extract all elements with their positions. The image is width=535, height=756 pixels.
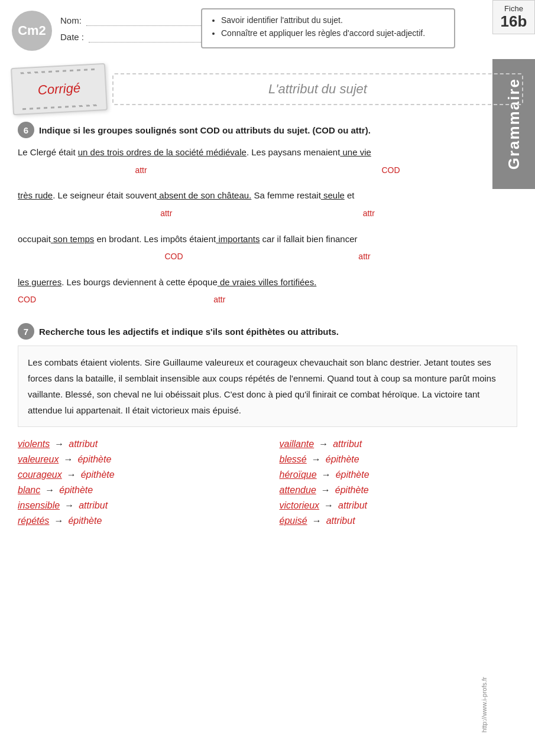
adj-item-3: blessé → épithète: [280, 454, 518, 465]
answer-1-2: COD: [381, 161, 400, 180]
adj-type-11: attribut: [326, 516, 355, 526]
arrow-8: →: [64, 500, 74, 511]
objectives-list: Savoir identifier l'attribut du sujet. C…: [210, 15, 446, 38]
arrow-9: →: [324, 500, 333, 511]
exercise-7-header: 7 Recherche tous les adjectifs et indiqu…: [18, 323, 517, 340]
exercise-7-number: 7: [18, 323, 34, 340]
para-2-text: très rude. Le seigneur était souvent abs…: [18, 187, 517, 204]
exercise-6-content: Le Clergé était un des trois ordres de l…: [18, 144, 517, 309]
underlined-1-2: une vie: [340, 147, 371, 157]
underlined-2-3: seule: [321, 190, 345, 200]
adj-word-11: épuisé: [280, 516, 307, 526]
exercise-7-paragraph: Les combats étaient violents. Sire Guill…: [18, 346, 517, 427]
adj-type-6: épithète: [59, 485, 93, 496]
underlined-4-1: les guerres: [18, 277, 61, 287]
corrige-text: Corrigé: [37, 80, 80, 98]
underlined-3-1: son temps: [51, 234, 94, 244]
arrow-2: →: [63, 454, 73, 465]
para-block-2: très rude. Le seigneur était souvent abs…: [18, 187, 517, 222]
arrow-1: →: [319, 439, 328, 449]
nom-label: Nom:: [60, 15, 82, 25]
adj-word-4: courageux: [18, 470, 62, 480]
fiche-badge: Fiche 16b: [492, 0, 535, 34]
para-3-text: occupait son temps en brodant. Les impôt…: [18, 231, 517, 248]
arrow-5: →: [322, 470, 331, 480]
adj-word-7: attendue: [280, 485, 316, 496]
adj-word-5: héroïque: [280, 470, 317, 480]
answers-1: attr COD: [18, 161, 517, 180]
adj-word-1: vaillante: [280, 439, 314, 449]
date-label: Date :: [60, 32, 84, 42]
corrige-tag: Corrigé: [11, 63, 108, 115]
answer-4-2: attr: [213, 291, 225, 309]
adj-type-1: attribut: [333, 439, 362, 449]
date-field: Date :: [60, 32, 207, 43]
answers-3: COD attr: [18, 247, 517, 266]
adj-word-0: violents: [18, 439, 50, 449]
adj-word-2: valeureux: [18, 454, 59, 465]
nom-field: Nom:: [60, 15, 207, 26]
fiche-label: Fiche: [495, 4, 532, 13]
arrow-7: →: [321, 485, 330, 496]
adj-item-7: attendue → épithète: [280, 485, 518, 496]
para-block-4: les guerres. Les bourgs deviennent à cet…: [18, 274, 517, 309]
exercise-7: 7 Recherche tous les adjectifs et indiqu…: [18, 323, 517, 526]
answer-3-1: COD: [164, 247, 183, 266]
answer-3-2: attr: [358, 247, 370, 266]
exercise-6-title: Indique si les groupes soulignés sont CO…: [39, 125, 371, 135]
arrow-11: →: [312, 516, 322, 526]
adj-item-10: répétés → épithète: [18, 516, 256, 526]
adj-word-3: blessé: [280, 454, 307, 465]
answers-2: attr attr: [18, 204, 517, 223]
objectives-box: Savoir identifier l'attribut du sujet. C…: [201, 8, 455, 48]
nom-date-section: Nom: Date :: [60, 15, 207, 48]
answer-2-2: attr: [363, 204, 375, 223]
date-value: [89, 32, 207, 43]
adj-word-6: blanc: [18, 485, 40, 496]
adj-item-5: héroïque → épithète: [280, 470, 518, 480]
underlined-1-1: un des trois ordres de la société médiév…: [78, 147, 247, 157]
para-4-text: les guerres. Les bourgs deviennent à cet…: [18, 274, 517, 291]
underlined-4-2: de vraies villes fortifiées.: [218, 277, 317, 287]
adj-word-9: victorieux: [280, 500, 320, 511]
para-block-3: occupait son temps en brodant. Les impôt…: [18, 231, 517, 266]
arrow-3: →: [312, 454, 321, 465]
objective-2: Connaître et appliquer les règles d'acco…: [221, 28, 446, 38]
corrige-banner: Corrigé L'attribut du sujet: [12, 63, 523, 116]
arrow-10: →: [54, 516, 63, 526]
adj-item-0: violents → attribut: [18, 439, 256, 449]
lesson-title: L'attribut du sujet: [268, 82, 367, 97]
arrow-0: →: [54, 439, 64, 449]
adj-item-4: courageux → épithète: [18, 470, 256, 480]
adj-word-8: insensible: [18, 500, 60, 511]
adjective-table: violents → attribut vaillante → attribut…: [18, 439, 517, 526]
adj-type-9: attribut: [338, 500, 367, 511]
adj-item-2: valeureux → épithète: [18, 454, 256, 465]
arrow-6: →: [45, 485, 54, 496]
exercise-6-number: 6: [18, 122, 34, 138]
adj-type-4: épithète: [81, 470, 115, 480]
adj-word-10: répétés: [18, 516, 49, 526]
adj-type-5: épithète: [336, 470, 369, 480]
adj-item-8: insensible → attribut: [18, 500, 256, 511]
adj-type-3: épithète: [326, 454, 359, 465]
adj-type-2: épithète: [77, 454, 111, 465]
cm2-badge: Cm2: [12, 11, 52, 51]
para-1-text: Le Clergé était un des trois ordres de l…: [18, 144, 517, 161]
lesson-title-box: L'attribut du sujet: [112, 73, 523, 105]
exercise-6: 6 Indique si les groupes soulignés sont …: [18, 122, 517, 309]
adj-type-0: attribut: [69, 439, 98, 449]
adj-type-7: épithète: [335, 485, 369, 496]
adj-type-8: attribut: [79, 500, 108, 511]
underlined-3-2: importants: [216, 234, 260, 244]
exercise-7-title: Recherche tous les adjectifs et indique …: [39, 327, 339, 337]
answer-4-1: COD: [18, 291, 36, 309]
header: Cm2 Nom: Date : Savoir identifier l'attr…: [0, 0, 535, 57]
nom-value: [86, 15, 205, 26]
objective-1: Savoir identifier l'attribut du sujet.: [221, 15, 446, 25]
adj-item-11: épuisé → attribut: [280, 516, 518, 526]
answer-1-1: attr: [135, 161, 147, 180]
adj-item-1: vaillante → attribut: [280, 439, 518, 449]
arrow-4: →: [67, 470, 76, 480]
adj-type-10: épithète: [68, 516, 102, 526]
